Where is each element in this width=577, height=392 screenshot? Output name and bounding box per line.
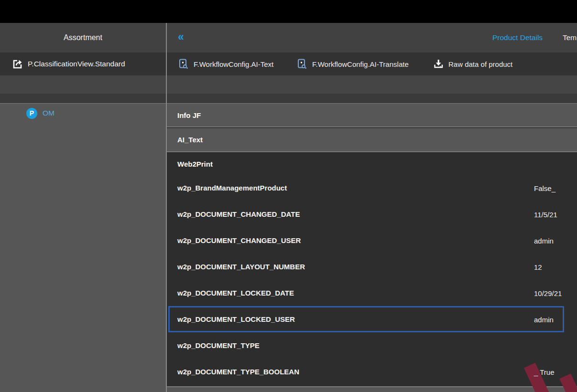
tree-item-om[interactable]: P OM: [0, 104, 166, 123]
attribute-name: w2p_DOCUMENT_TYPE_BOOLEAN: [177, 368, 299, 376]
raw-data-label: Raw data of product: [448, 60, 512, 68]
attribute-row[interactable]: w2p_DOCUMENT_LAYOUT_NUMBER 12: [167, 254, 577, 280]
left-panel-spacer: [0, 75, 166, 104]
product-toolbar: F.WorkflowConfig.AI-Text F.WorkflowConfi…: [167, 53, 577, 75]
attribute-value[interactable]: _ True: [534, 368, 555, 376]
classification-view-button[interactable]: P.ClassificationView.Standard: [0, 53, 166, 75]
workflow-config-icon: [178, 58, 189, 70]
assortment-panel-title: Assortment: [0, 23, 166, 53]
workflow-ai-translate-label: F.WorkflowConfig.AI-Translate: [312, 60, 409, 68]
attribute-value[interactable]: admin: [534, 236, 554, 244]
product-badge-icon: P: [26, 108, 37, 119]
attribute-name: w2p_BrandManagementProduct: [177, 184, 287, 192]
section-label: AI_Text: [177, 136, 203, 144]
attribute-name: w2p_DOCUMENT_TYPE: [177, 341, 260, 350]
attribute-value[interactable]: 11/5/21: [534, 210, 557, 218]
attribute-row[interactable]: w2p_BrandManagementProduct False_: [167, 175, 577, 201]
attribute-row[interactable]: w2p_DOCUMENT_TYPE_BOOLEAN _ True: [167, 359, 577, 385]
raw-data-button[interactable]: Raw data of product: [433, 53, 512, 75]
attribute-row[interactable]: w2p_DOCUMENT_CHANGED_DATE 11/5/21: [167, 201, 577, 227]
attribute-name: w2p_DOCUMENT_LOCKED_DATE: [177, 289, 294, 297]
download-icon: [433, 58, 444, 70]
workflow-ai-translate-button[interactable]: F.WorkflowConfig.AI-Translate: [296, 53, 409, 75]
classification-view-label: P.ClassificationView.Standard: [28, 60, 125, 68]
attribute-value[interactable]: admin: [534, 315, 554, 323]
share-icon: [11, 58, 23, 70]
attribute-name: w2p_DOCUMENT_CHANGED_DATE: [177, 210, 300, 218]
tree-item-label: OM: [43, 109, 54, 117]
attribute-row[interactable]: w2p_DOCUMENT_CHANGED_USER admin: [167, 227, 577, 254]
attribute-value[interactable]: False_: [534, 184, 555, 192]
section-label: Info JF: [177, 111, 201, 119]
web2print-section-panel: Web2Print w2p_BrandManagementProduct Fal…: [167, 152, 577, 386]
right-panel-spacer: [167, 75, 577, 104]
right-panel-header: « Product Details Temp: [167, 23, 577, 53]
app-window: Assortment P.ClassificationView.Standard…: [0, 0, 577, 392]
attribute-row-selected[interactable]: w2p_DOCUMENT_LOCKED_USER admin: [168, 306, 564, 332]
workflow-config-icon: [296, 58, 308, 70]
assortment-tree: P OM: [0, 104, 166, 392]
section-row-info-jf[interactable]: Info JF: [167, 104, 577, 127]
attribute-row[interactable]: w2p_DOCUMENT_TYPE: [167, 332, 577, 359]
attribute-name: w2p_DOCUMENT_CHANGED_USER: [177, 236, 301, 244]
workflow-ai-text-label: F.WorkflowConfig.AI-Text: [194, 60, 273, 68]
attribute-value[interactable]: 10/29/21: [534, 289, 562, 297]
section-row-ai-text[interactable]: AI_Text: [167, 128, 577, 152]
top-black-bar: [0, 0, 577, 23]
section-row-web2print[interactable]: Web2Print: [167, 153, 577, 175]
attribute-name: w2p_DOCUMENT_LOCKED_USER: [177, 315, 295, 323]
attribute-row[interactable]: w2p_DOCUMENT_LOCKED_DATE 10/29/21: [167, 280, 577, 306]
partial-section-row[interactable]: [167, 387, 577, 392]
attribute-name: w2p_DOCUMENT_LAYOUT_NUMBER: [177, 263, 305, 271]
tab-template[interactable]: Temp: [563, 23, 577, 53]
collapse-panel-icon[interactable]: «: [178, 23, 184, 53]
section-label: Web2Print: [177, 160, 213, 168]
tab-product-details[interactable]: Product Details: [492, 23, 543, 53]
workflow-ai-text-button[interactable]: F.WorkflowConfig.AI-Text: [178, 53, 273, 75]
attribute-value[interactable]: 12: [534, 263, 542, 271]
